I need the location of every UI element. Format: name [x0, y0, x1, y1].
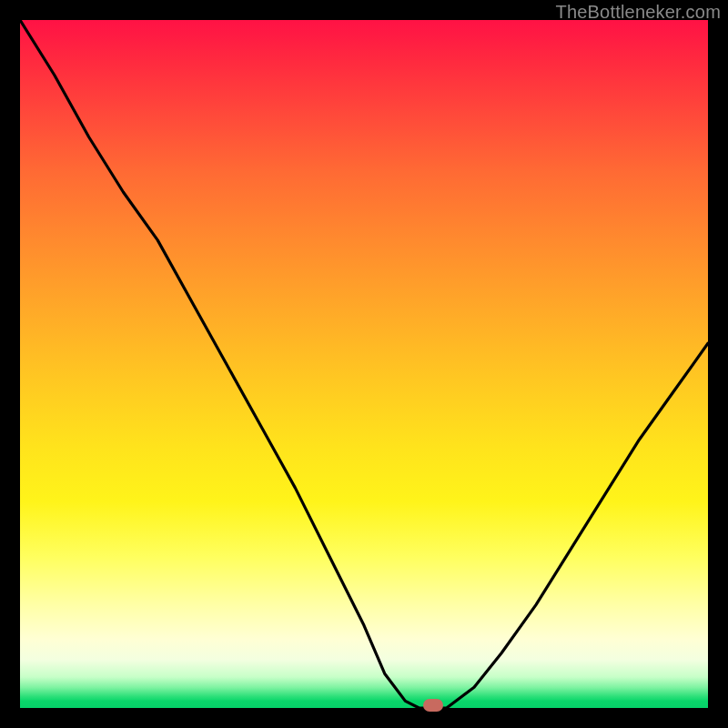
chart-frame: TheBottleneker.com [0, 0, 728, 728]
plot-area [20, 20, 708, 708]
watermark-text: TheBottleneker.com [556, 2, 721, 23]
